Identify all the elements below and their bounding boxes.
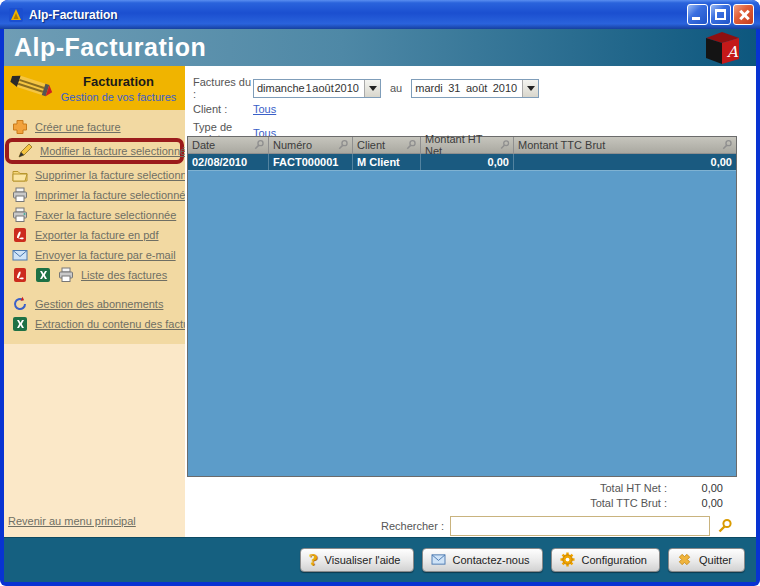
sidebar-item-supprimer-facture[interactable]: Supprimer la facture selectionnée <box>4 165 185 185</box>
fax-icon <box>12 207 29 223</box>
search-column-icon[interactable] <box>405 139 417 151</box>
sidebar-item-creer-facture[interactable]: Créer une facture <box>4 117 185 137</box>
table-empty-area[interactable] <box>188 171 736 476</box>
between-label: au <box>390 82 402 94</box>
date-from-year: 2010 <box>335 82 359 94</box>
cell-date: 02/08/2010 <box>188 154 269 170</box>
sidebar-header: Facturation Gestion de vos factures <box>4 66 185 110</box>
pencil-icon <box>17 143 34 159</box>
date-from-month: août <box>312 82 333 94</box>
sidebar: Facturation Gestion de vos factures Crée… <box>4 66 185 537</box>
sidebar-item-label[interactable]: Supprimer la facture selectionnée <box>35 169 199 181</box>
date-filter-label: Factures du : <box>193 76 253 100</box>
sidebar-item-modifier-facture[interactable]: Modifier la facture selectionnée <box>9 142 180 160</box>
sidebar-item-exporter-pdf[interactable]: Exporter la facture en pdf <box>4 225 185 245</box>
date-to-year: 2010 <box>493 82 517 94</box>
search-area: Rechercher : <box>185 516 756 536</box>
gear-icon <box>560 552 575 569</box>
pdf-icon <box>12 267 29 283</box>
search-column-icon[interactable] <box>337 139 349 151</box>
chevron-down-icon[interactable] <box>522 80 538 97</box>
table-header-row: Date Numéro Client Montant HT Net <box>188 137 736 154</box>
sidebar-item-extraction-contenu[interactable]: Extraction du contenu des factures <box>4 314 185 334</box>
sidebar-item-label[interactable]: Imprimer la facture selectionnée <box>35 189 192 201</box>
date-from-day: 1 <box>305 82 311 94</box>
search-column-icon[interactable] <box>499 139 510 151</box>
contact-button-label: Contactez-nous <box>453 554 530 566</box>
column-header-montant-ttc[interactable]: Montant TTC Brut <box>514 137 736 153</box>
quit-button[interactable]: Quitter <box>668 548 745 572</box>
total-ht-label: Total HT Net : <box>600 482 667 494</box>
date-from-weekday: dimanche <box>257 82 305 94</box>
search-label: Rechercher : <box>381 520 444 532</box>
sidebar-item-faxer-facture[interactable]: Faxer la facture selectionnée <box>4 205 185 225</box>
search-icon[interactable] <box>717 518 733 534</box>
back-to-main-menu-link[interactable]: Revenir au menu principal <box>4 515 136 537</box>
brand-cube-logo: A <box>698 30 744 66</box>
totals-area: Total HT Net : 0,00 Total TTC Brut : 0,0… <box>185 477 756 512</box>
sidebar-item-imprimer-facture[interactable]: Imprimer la facture selectionnée <box>4 185 185 205</box>
sidebar-menu: Créer une facture Modifier la facture se… <box>4 110 185 344</box>
pdf-icon <box>12 227 29 243</box>
sidebar-item-liste-factures[interactable]: Liste des factures <box>4 265 185 285</box>
column-header-date[interactable]: Date <box>188 137 269 153</box>
date-to-weekday: mardi <box>415 82 443 94</box>
search-column-icon[interactable] <box>253 139 265 151</box>
date-from-select[interactable]: dimanche 1 août 2010 <box>253 79 381 98</box>
table-row-selected[interactable]: 02/08/2010 FACT000001 M Client 0,00 0,00 <box>188 154 736 171</box>
date-to-day: 31 <box>448 82 460 94</box>
close-button[interactable] <box>733 4 754 25</box>
minimize-button[interactable] <box>687 4 708 25</box>
sidebar-item-label[interactable]: Liste des factures <box>81 269 167 281</box>
excel-icon <box>35 267 52 283</box>
mail-icon <box>12 247 29 263</box>
search-column-icon[interactable] <box>721 139 733 151</box>
column-header-numero[interactable]: Numéro <box>269 137 353 153</box>
maximize-icon <box>715 9 726 20</box>
filters-area: Factures du : dimanche 1 août 2010 au <box>185 66 756 136</box>
total-ttc-value: 0,00 <box>667 497 723 509</box>
search-input[interactable] <box>450 516 710 536</box>
help-button-label: Visualiser l'aide <box>325 554 401 566</box>
maximize-button[interactable] <box>710 4 731 25</box>
quit-icon <box>677 552 692 569</box>
sidebar-item-label[interactable]: Extraction du contenu des factures <box>35 318 204 330</box>
column-header-client[interactable]: Client <box>353 137 421 153</box>
configuration-button[interactable]: Configuration <box>551 548 660 572</box>
chevron-down-icon[interactable] <box>364 80 380 97</box>
sidebar-item-label[interactable]: Exporter la facture en pdf <box>35 229 159 241</box>
cell-montant-ht: 0,00 <box>421 154 514 170</box>
sidebar-item-label[interactable]: Envoyer la facture par e-mail <box>35 249 176 261</box>
date-to-month: août <box>466 82 487 94</box>
configuration-button-label: Configuration <box>582 554 647 566</box>
sidebar-item-label[interactable]: Gestion des abonnements <box>35 298 163 310</box>
title-bar: Alp-Facturation <box>0 0 760 29</box>
contact-button[interactable]: Contactez-nous <box>422 548 543 572</box>
app-icon <box>8 7 24 23</box>
refresh-icon <box>12 296 29 312</box>
total-ttc-label: Total TTC Brut : <box>590 497 667 509</box>
sidebar-item-label[interactable]: Faxer la facture selectionnée <box>35 209 176 221</box>
client-filter-label: Client : <box>193 103 253 115</box>
excel-icon <box>12 316 29 332</box>
help-button[interactable]: ? Visualiser l'aide <box>300 548 414 572</box>
sidebar-item-label[interactable]: Créer une facture <box>35 121 121 133</box>
footer-bar: ? Visualiser l'aide Contactez-nous Co <box>4 537 756 582</box>
client-filter-link[interactable]: Tous <box>253 103 276 115</box>
column-header-montant-ht[interactable]: Montant HT Net <box>421 137 514 153</box>
quit-button-label: Quitter <box>699 554 732 566</box>
date-to-select[interactable]: mardi 31 août 2010 <box>411 79 539 98</box>
selected-item-highlight: Modifier la facture selectionnée <box>5 138 184 164</box>
sidebar-item-gestion-abonnements[interactable]: Gestion des abonnements <box>4 294 185 314</box>
app-window: Alp-Facturation Alp-Facturation A <box>0 0 760 586</box>
main-panel: Factures du : dimanche 1 août 2010 au <box>185 66 756 537</box>
sidebar-section-subtitle: Gestion de vos factures <box>56 91 181 103</box>
printer-icon <box>58 267 75 283</box>
printer-icon <box>12 187 29 203</box>
svg-text:A: A <box>726 43 739 61</box>
window-title: Alp-Facturation <box>29 8 687 22</box>
sidebar-section-title: Facturation <box>56 74 181 89</box>
sidebar-item-envoyer-email[interactable]: Envoyer la facture par e-mail <box>4 245 185 265</box>
app-banner: Alp-Facturation A <box>4 29 756 66</box>
sidebar-item-label[interactable]: Modifier la facture selectionnée <box>40 145 192 157</box>
